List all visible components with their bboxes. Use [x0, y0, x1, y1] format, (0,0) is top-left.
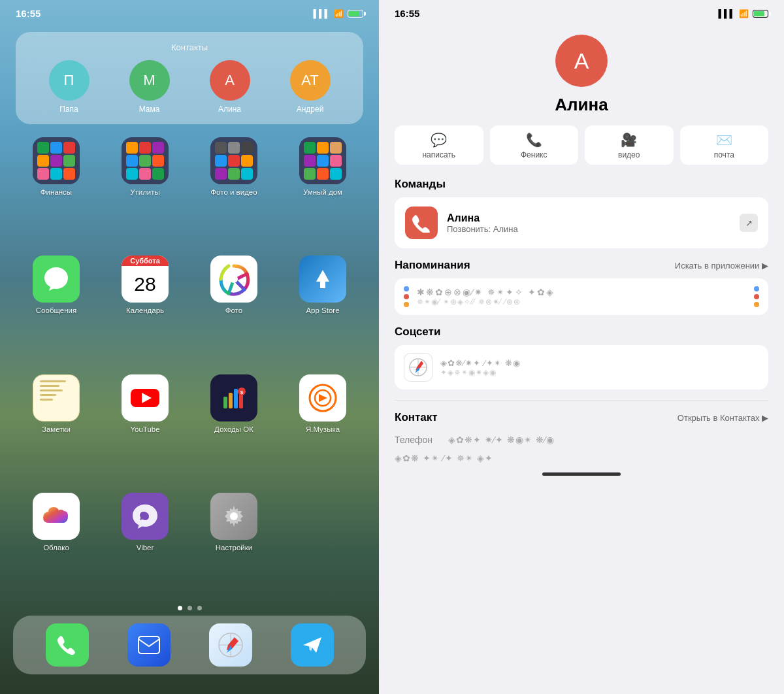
- status-icons-left: ▌▌▌ 📶: [313, 9, 363, 18]
- contacts-widget-label: Контакты: [29, 42, 350, 52]
- social-card[interactable]: ◈✿❋⁄✷✦ ⁄✦✴ ❋◉ ✦◈✵✴◉✷◈◉: [395, 345, 768, 389]
- app-icon-messages: [33, 256, 80, 303]
- app-icon-utility: [122, 137, 169, 184]
- commands-card[interactable]: Алина Позвонить: Алина ↗: [395, 197, 768, 248]
- battery-icon-right: [753, 10, 768, 18]
- app-smart-home[interactable]: Умный дом: [282, 137, 363, 242]
- app-finansy[interactable]: Финансы: [16, 137, 97, 242]
- app-cloud[interactable]: Облако: [16, 493, 97, 598]
- action-btn-mail[interactable]: ✉️ почта: [680, 125, 769, 165]
- app-messages[interactable]: Сообщения: [16, 256, 97, 361]
- contact-papa[interactable]: П Папа: [49, 60, 90, 114]
- action-btn-video[interactable]: 🎥 видео: [585, 125, 674, 165]
- app-label-photo-video: Фото и видео: [210, 188, 257, 196]
- cmd-arrow-icon[interactable]: ↗: [740, 214, 758, 232]
- contact-name-alina: Алина: [218, 105, 241, 114]
- contact-alina[interactable]: А Алина: [210, 60, 250, 114]
- app-photo-video[interactable]: Фото и видео: [193, 137, 274, 242]
- section-header-contact-info: Контакт Открыть в Контактах ▶: [395, 411, 768, 424]
- status-bar-right: 16:55 ▌▌▌ 📶: [379, 0, 784, 22]
- cmd-text: Алина Позвонить: Алина: [447, 212, 730, 234]
- divider: [395, 400, 768, 401]
- calendar-weekday: Суббота: [122, 256, 169, 266]
- app-icon-dohodok: $: [210, 374, 257, 421]
- dock-safari[interactable]: [209, 623, 252, 667]
- app-youtube[interactable]: YouTube: [105, 374, 186, 480]
- contact-detail: А Алина: [379, 22, 784, 125]
- contacts-row: П Папа М Мама А Алина АТ Андрей: [29, 60, 350, 114]
- message-icon: 💬: [431, 132, 447, 148]
- app-viber[interactable]: Viber: [105, 493, 186, 598]
- app-label-cloud: Облако: [43, 544, 69, 552]
- contact-avatar-papa: П: [49, 60, 90, 101]
- section-link-contact-info[interactable]: Открыть в Контактах ▶: [678, 413, 768, 423]
- dock-telegram[interactable]: [291, 623, 334, 667]
- social-sub: ✦◈✵✴◉✷◈◉: [440, 368, 759, 377]
- dot-2: [188, 606, 192, 610]
- contact-name-andrey: Андрей: [297, 105, 324, 114]
- action-label-mail: почта: [714, 150, 734, 159]
- dock-phone[interactable]: [46, 623, 89, 667]
- contact-andrey[interactable]: АТ Андрей: [290, 60, 331, 114]
- reminder-dot-red: [404, 294, 409, 299]
- wifi-icon-right: 📶: [739, 9, 749, 18]
- kontakt-extra-value: ◈✿❋ ✦✴ ⁄✦ ✵✴ ◈✦: [395, 453, 493, 463]
- app-dohodok[interactable]: $ Доходы ОК: [193, 374, 274, 480]
- app-grid: Финансы Утилиты: [0, 137, 379, 598]
- action-btn-fenix[interactable]: 📞 Феникс: [490, 125, 579, 165]
- fenix-icon: 📞: [526, 132, 542, 148]
- contact-avatar-large: А: [555, 35, 608, 87]
- app-photos[interactable]: Фото: [193, 256, 274, 361]
- svg-text:$: $: [240, 389, 244, 395]
- status-bar-left: 16:55 ▌▌▌ 📶: [0, 0, 379, 22]
- dock-mail[interactable]: [127, 623, 171, 667]
- contact-mama[interactable]: М Мама: [129, 60, 170, 114]
- reminder-text: ✱❋✿⊕⊗◉⁄✷ ✵✴✦✧ ✦✿◈: [417, 287, 746, 297]
- app-icon-youtube: [122, 374, 169, 421]
- app-appstore[interactable]: App Store: [282, 256, 363, 361]
- app-icon-photo-video: [210, 137, 257, 184]
- app-label-utility: Утилиты: [130, 188, 160, 196]
- app-utility[interactable]: Утилиты: [105, 137, 186, 242]
- reminder-dot-orange: [404, 302, 409, 307]
- cmd-subtitle: Позвонить: Алина: [447, 224, 730, 234]
- dock: [13, 616, 366, 674]
- action-label-video: видео: [618, 150, 640, 159]
- page-dots: [0, 606, 379, 610]
- app-label-dohodok: Доходы ОК: [214, 425, 253, 433]
- kontakt-phone-value: ◈✿❋✦ ✷⁄✦ ❋◉✴ ❋⁄◉: [448, 435, 555, 445]
- app-icon-notes: [33, 374, 80, 421]
- svg-marker-21: [416, 361, 423, 371]
- contacts-widget[interactable]: Контакты П Папа М Мама А Алина АТ Андрей: [16, 32, 363, 124]
- left-phone: 16:55 ▌▌▌ 📶 Контакты П Папа М Мама А Али…: [0, 0, 379, 694]
- contact-avatar-mama: М: [129, 60, 170, 101]
- time-right: 16:55: [395, 8, 419, 19]
- reminder-dots: [404, 286, 409, 307]
- app-calendar[interactable]: Суббота 28 Календарь: [105, 256, 186, 361]
- svg-rect-6: [239, 394, 243, 408]
- contact-name-mama: Мама: [139, 105, 160, 114]
- dot-1: [178, 606, 182, 610]
- reminder-card[interactable]: ✱❋✿⊕⊗◉⁄✷ ✵✴✦✧ ✦✿◈ ✵✴◉⁄ ✴⊕◈✧⁄⁄ ✵⊗✷⁄ ⁄⊕⊗: [395, 278, 768, 315]
- reminder-dot-blue: [404, 286, 409, 291]
- cmd-app-icon: [405, 207, 438, 239]
- svg-rect-5: [234, 389, 238, 408]
- reminder-dots-right: [754, 286, 759, 307]
- app-label-finansy: Финансы: [41, 188, 72, 196]
- svg-rect-3: [223, 397, 227, 408]
- section-link-reminders[interactable]: Искать в приложении ▶: [675, 261, 768, 271]
- app-label-smart-home: Умный дом: [303, 188, 342, 196]
- app-label-appstore: App Store: [306, 306, 339, 314]
- section-reminders: Напоминания Искать в приложении ▶ ✱❋✿⊕⊗◉…: [379, 259, 784, 315]
- app-yamusic[interactable]: Я.Музыка: [282, 374, 363, 480]
- wifi-icon: 📶: [334, 9, 344, 18]
- action-buttons: 💬 написать 📞 Феникс 🎥 видео ✉️ почта: [379, 125, 784, 165]
- app-label-notes: Заметки: [42, 425, 71, 433]
- scroll-indicator: [542, 472, 621, 476]
- svg-rect-12: [139, 636, 159, 653]
- app-label-viber: Viber: [137, 544, 154, 552]
- app-notes[interactable]: Заметки: [16, 374, 97, 480]
- kontakt-phone-label: Телефон: [395, 435, 440, 445]
- action-btn-message[interactable]: 💬 написать: [395, 125, 483, 165]
- app-settings[interactable]: Настройки: [193, 493, 274, 598]
